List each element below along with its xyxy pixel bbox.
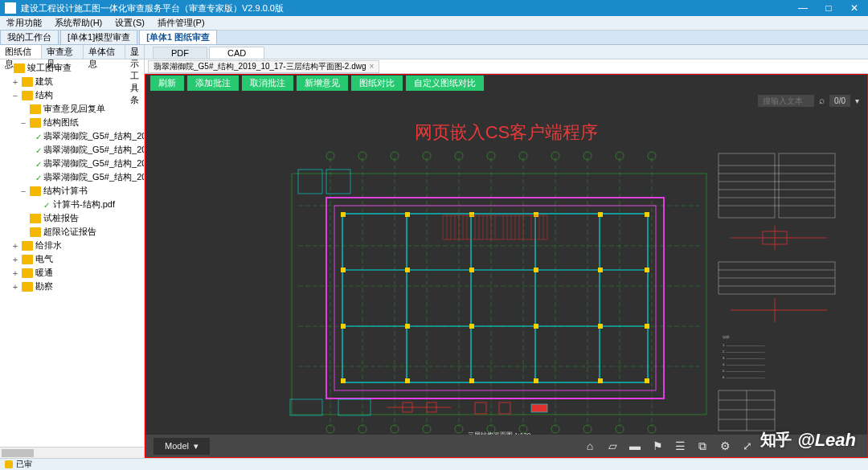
add-annotation-button[interactable]: 添加批注: [187, 76, 239, 91]
title-block: 说明: 1. ———————————— 2. ———————————— 3. —…: [714, 149, 843, 439]
search-icon[interactable]: ⌕: [819, 95, 825, 106]
tree-node-label: 结构计算书: [43, 185, 88, 197]
menu-plugins[interactable]: 插件管理(P): [151, 17, 211, 29]
cad-search-bar: ⌕ 0/0 ▾: [145, 92, 868, 109]
watermark-author: @Leah: [797, 430, 856, 451]
layers-icon[interactable]: ☰: [673, 439, 687, 453]
svg-rect-56: [645, 212, 649, 217]
tree-node[interactable]: ✓计算书-结构.pdf: [0, 198, 144, 211]
right-panel: PDF CAD 翡翠湖御院_G5#_结构_2019_10_17-三层结构平面图-…: [145, 45, 868, 458]
cad-toolbar: 刷新 添加批注 取消批注 新增意见 图纸对比 自定义图纸对比: [145, 74, 868, 92]
left-tab-drawing-info[interactable]: 图纸信息: [0, 45, 42, 59]
callout-icon[interactable]: ⚑: [650, 439, 665, 453]
expand-icon[interactable]: ⤢: [740, 439, 755, 453]
chevron-down-icon: ▾: [194, 441, 199, 452]
expand-toggle[interactable]: +: [11, 241, 19, 251]
tree-node[interactable]: −结构计算书: [0, 184, 144, 198]
cancel-annotation-button[interactable]: 取消批注: [242, 76, 293, 91]
gear-icon[interactable]: ⚙: [718, 439, 732, 453]
custom-compare-button[interactable]: 自定义图纸对比: [406, 76, 484, 91]
svg-rect-63: [341, 324, 346, 329]
folder-icon: [14, 63, 25, 73]
expand-toggle[interactable]: −: [19, 186, 27, 196]
tab-drawing-review[interactable]: [单体1 图纸审查: [139, 30, 217, 44]
menu-settings[interactable]: 设置(S): [108, 17, 151, 29]
view-tab-cad[interactable]: CAD: [209, 47, 264, 59]
check-icon: ✓: [35, 146, 42, 154]
view-icon[interactable]: ▱: [605, 439, 620, 453]
left-tab-toolbar-toggle[interactable]: 显示工具条: [125, 45, 144, 59]
folder-icon: [30, 227, 41, 237]
svg-rect-62: [645, 268, 649, 272]
tree-node[interactable]: 试桩报告: [0, 211, 144, 225]
model-tab[interactable]: Model ▾: [154, 438, 210, 455]
view-tab-pdf[interactable]: PDF: [153, 47, 207, 59]
svg-rect-72: [534, 378, 538, 383]
minimize-button[interactable]: —: [797, 2, 809, 14]
tree-node[interactable]: ✓翡翠湖御院_G5#_结构_2019_10_1: [0, 143, 144, 157]
svg-rect-65: [469, 324, 474, 329]
svg-text:1. ————————————: 1. ————————————: [723, 343, 764, 347]
svg-rect-51: [341, 212, 346, 217]
tree-node[interactable]: 超限论证报告: [0, 225, 144, 239]
compare-drawing-button[interactable]: 图纸对比: [351, 76, 403, 91]
left-tab-unit-info[interactable]: 单体信息: [84, 45, 125, 59]
expand-toggle[interactable]: +: [11, 268, 19, 278]
tab-model-review[interactable]: [单体1]模型审查: [60, 30, 137, 44]
tree-node[interactable]: −结构图纸: [0, 116, 144, 129]
tree-node-label: 计算书-结构.pdf: [53, 198, 115, 210]
svg-rect-55: [598, 212, 603, 217]
svg-rect-135: [531, 404, 547, 412]
folder-icon: [30, 186, 41, 196]
folder-icon: [22, 241, 33, 251]
home-icon[interactable]: ⌂: [583, 439, 597, 453]
menu-help[interactable]: 系统帮助(H): [48, 17, 108, 29]
check-icon: ✓: [35, 160, 42, 168]
expand-toggle[interactable]: +: [11, 282, 19, 292]
copy-icon[interactable]: ⧉: [695, 439, 710, 453]
search-input[interactable]: [758, 95, 814, 107]
tree-node[interactable]: ✓翡翠湖御院_G5#_结构_2019_10_17-: [0, 157, 144, 170]
tree-node[interactable]: −结构: [0, 88, 144, 102]
tree-node[interactable]: +电气: [0, 252, 144, 266]
menu-common[interactable]: 常用功能: [0, 17, 48, 29]
left-tab-review-comments[interactable]: 审查意见: [42, 45, 84, 59]
tree-node[interactable]: +勘察: [0, 280, 144, 293]
folder-icon: [22, 255, 33, 264]
tree-node[interactable]: +给排水: [0, 239, 144, 252]
cad-canvas[interactable]: 网页嵌入CS客户端程序: [145, 109, 868, 458]
tree-root[interactable]: − 竣工图审查: [0, 61, 144, 75]
close-icon[interactable]: ×: [370, 62, 375, 71]
expand-toggle[interactable]: +: [11, 77, 19, 87]
file-tab[interactable]: 翡翠湖御院_G5#_结构_2019_10_17-三层结构平面图-2.dwg ×: [148, 60, 379, 73]
tree-view[interactable]: − 竣工图审查 +建筑−结构审查意见回复单−结构图纸✓翡翠湖御院_G5#_结构_…: [0, 59, 144, 447]
tree-node-label: 暖通: [35, 267, 53, 279]
expand-toggle[interactable]: +: [11, 255, 19, 264]
svg-rect-57: [341, 268, 346, 272]
tree-node-label: 建筑: [35, 76, 53, 88]
tree-node[interactable]: 审查意见回复单: [0, 102, 144, 116]
chevron-down-icon[interactable]: ▾: [855, 96, 859, 105]
scroll-thumb[interactable]: [2, 449, 34, 457]
tree-node[interactable]: ✓翡翠湖御院_G5#_结构_2019_10_1: [0, 170, 144, 184]
ruler-icon[interactable]: ▬: [628, 439, 642, 453]
svg-text:3. ————————————: 3. ————————————: [723, 356, 764, 360]
svg-rect-69: [341, 378, 346, 383]
tree-node[interactable]: ✓翡翠湖御院_G5#_结构_2019_10_17-2: [0, 129, 144, 143]
horizontal-scrollbar[interactable]: [0, 447, 144, 458]
svg-text:5. ————————————: 5. ————————————: [723, 369, 764, 373]
expand-toggle[interactable]: −: [19, 118, 27, 128]
close-button[interactable]: ✕: [849, 2, 860, 14]
new-comment-button[interactable]: 新增意见: [297, 76, 348, 91]
tab-workbench[interactable]: 我的工作台: [0, 30, 59, 44]
tree-node[interactable]: +暖通: [0, 266, 144, 280]
svg-rect-98: [298, 170, 322, 194]
svg-rect-100: [719, 153, 775, 218]
maximize-button[interactable]: □: [823, 2, 834, 14]
svg-rect-61: [598, 268, 603, 272]
refresh-button[interactable]: 刷新: [150, 76, 184, 91]
tree-node-label: 结构: [35, 89, 53, 101]
tree-node-label: 给排水: [35, 239, 62, 251]
tree-node[interactable]: +建筑: [0, 75, 144, 88]
expand-toggle[interactable]: −: [11, 91, 19, 100]
